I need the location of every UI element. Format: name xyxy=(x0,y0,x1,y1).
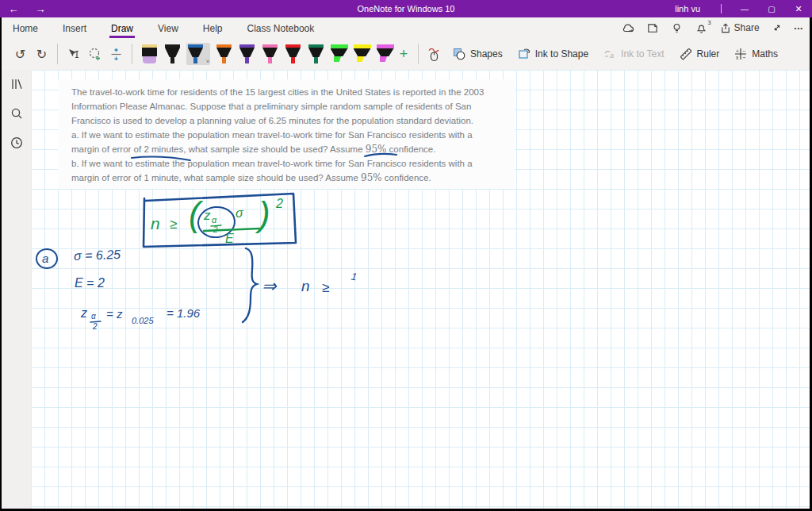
minimize-button[interactable]: — xyxy=(731,0,758,17)
svg-text:÷: ÷ xyxy=(743,55,746,60)
green-pen[interactable] xyxy=(307,43,325,65)
green-highlighter[interactable] xyxy=(330,43,348,65)
redo-button[interactable]: ↻ xyxy=(31,42,52,66)
lightbulb-icon[interactable] xyxy=(670,21,684,35)
toolbar-divider xyxy=(57,44,58,64)
note-text-block[interactable]: The travel-to-work time for residents of… xyxy=(58,79,515,189)
more-options-icon[interactable]: ••• xyxy=(795,25,803,32)
insert-space-button[interactable] xyxy=(105,42,127,66)
maths-button[interactable]: + − x ÷ Maths xyxy=(733,47,778,61)
titlebar-separator xyxy=(721,4,722,13)
ribbon-tabs: Home Insert Draw View Help Class Noteboo… xyxy=(2,17,810,38)
share-icon xyxy=(719,22,731,34)
orange-pen[interactable] xyxy=(215,43,233,65)
maths-icon: + − x ÷ xyxy=(733,47,748,61)
notifications-bell-icon[interactable]: 3 xyxy=(695,21,709,35)
latex-95-percent: 95% xyxy=(366,144,387,155)
toolbar-divider xyxy=(418,44,419,64)
maths-label: Maths xyxy=(752,48,778,60)
undo-button[interactable]: ↺ xyxy=(10,42,31,66)
sync-status-icon[interactable] xyxy=(621,21,635,35)
svg-text:−: − xyxy=(743,48,746,54)
select-objects-button[interactable] xyxy=(63,42,84,66)
forward-icon[interactable]: → xyxy=(27,3,54,15)
ink-to-shape-icon xyxy=(517,47,531,61)
shapes-icon xyxy=(452,47,466,61)
note-line: Francisco is used to develop a planning … xyxy=(71,113,515,128)
search-icon[interactable] xyxy=(9,106,25,121)
toolbar-divider xyxy=(132,44,132,64)
pen-tray: ˅ xyxy=(140,43,394,65)
shapes-label: Shapes xyxy=(470,48,503,60)
ruler-label: Ruler xyxy=(697,48,720,60)
notebooks-icon[interactable] xyxy=(9,76,25,92)
maximize-button[interactable]: ▢ xyxy=(758,0,785,17)
page-canvas[interactable]: The travel-to-work time for residents of… xyxy=(31,70,810,509)
magenta-highlighter[interactable] xyxy=(376,43,394,65)
ink-to-shape-button[interactable]: Ink to Shape xyxy=(517,47,588,61)
red-pen[interactable] xyxy=(284,43,302,65)
note-line: The travel-to-work time for residents of… xyxy=(71,85,515,99)
title-bar: ← → OneNote for Windows 10 linh vu — ▢ ✕ xyxy=(0,0,812,17)
add-pen-button[interactable]: + xyxy=(394,46,413,63)
ink-to-text-icon: a xyxy=(603,47,617,61)
shapes-button[interactable]: Shapes xyxy=(452,47,503,61)
onenote-window: ← → OneNote for Windows 10 linh vu — ▢ ✕… xyxy=(0,0,812,511)
svg-text:x: x xyxy=(736,55,739,60)
tab-view[interactable]: View xyxy=(156,20,180,36)
tab-insert[interactable]: Insert xyxy=(61,20,88,36)
share-label: Share xyxy=(734,22,760,33)
svg-text:+: + xyxy=(736,48,739,54)
black-pen[interactable] xyxy=(163,43,182,65)
purple-pen[interactable] xyxy=(238,43,256,65)
draw-toolbar: ↺ ↻ xyxy=(2,38,810,70)
eraser[interactable] xyxy=(140,43,159,65)
pink-pen[interactable] xyxy=(261,43,279,65)
note-line: Information Please Almanac. Suppose that… xyxy=(71,99,515,113)
latex-95-percent: 95% xyxy=(361,172,382,183)
recent-notes-icon[interactable] xyxy=(9,135,25,151)
note-line: margin of error of 2 minutes, what sampl… xyxy=(71,142,515,156)
draw-with-mouse-button[interactable] xyxy=(423,42,445,66)
ruler-icon xyxy=(679,47,693,61)
blue-pen[interactable]: ˅ xyxy=(186,43,210,65)
ink-to-text-button: a Ink to Text xyxy=(603,47,664,61)
tab-home[interactable]: Home xyxy=(11,20,40,36)
svg-text:a: a xyxy=(610,52,614,60)
fullscreen-icon[interactable] xyxy=(770,21,784,35)
lasso-select-button[interactable] xyxy=(84,42,105,66)
note-line: a. If we want to estimate the population… xyxy=(71,128,515,142)
tab-draw[interactable]: Draw xyxy=(109,20,135,36)
ruler-button[interactable]: Ruler xyxy=(679,47,720,61)
tab-help[interactable]: Help xyxy=(201,20,224,36)
yellow-highlighter[interactable] xyxy=(353,43,371,65)
tab-class-notebook[interactable]: Class Notebook xyxy=(246,20,316,36)
user-name[interactable]: linh vu xyxy=(675,4,700,13)
share-button[interactable]: Share xyxy=(719,22,760,34)
pen-options-chevron-icon[interactable]: ˅ xyxy=(206,59,209,64)
sticky-notes-icon[interactable] xyxy=(645,21,660,35)
back-icon[interactable]: ← xyxy=(0,3,27,15)
ink-to-text-label: Ink to Text xyxy=(621,48,664,60)
note-line: margin of error of 1 minute, what sample… xyxy=(71,171,515,185)
ink-to-shape-label: Ink to Shape xyxy=(535,48,588,60)
notification-count: 3 xyxy=(707,19,710,26)
navigation-sidebar xyxy=(2,70,31,509)
note-line: b. If we want to estimate the population… xyxy=(71,156,515,171)
close-button[interactable]: ✕ xyxy=(785,0,812,17)
